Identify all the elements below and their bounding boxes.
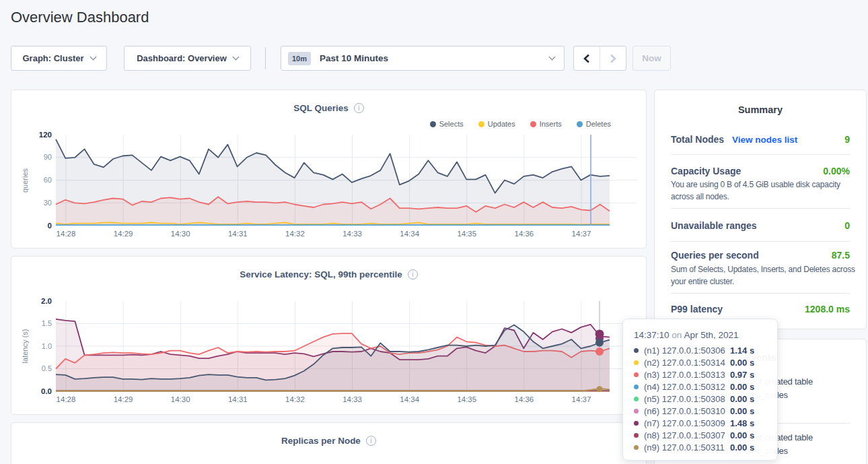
x-axis-label: 14:33 [338, 395, 367, 403]
x-axis-label: 14:36 [509, 395, 539, 403]
dashboard-dropdown[interactable]: Dashboard: Overview [124, 46, 251, 71]
node-latency-value: 0.00 s [730, 406, 754, 416]
x-axis-label: 14:32 [280, 230, 310, 238]
node-latency-value: 1.14 s [730, 345, 754, 356]
tooltip-node-row: (n1) 127.0.0.1:503061.14 s [634, 344, 777, 356]
legend-dot [478, 121, 484, 127]
y-axis-label: 0.5 [11, 364, 52, 373]
x-axis-label: 14:29 [108, 395, 138, 403]
y-axis-label: 1.0 [11, 342, 52, 351]
node-color-dot [634, 433, 639, 438]
time-range-select[interactable]: 10m Past 10 Minutes [281, 46, 565, 71]
chevron-down-icon [89, 54, 96, 61]
x-axis-label: 14:28 [51, 230, 81, 238]
service-latency-chart[interactable] [11, 257, 646, 414]
now-button[interactable]: Now [632, 46, 671, 71]
node-address: (n4) 127.0.0.1:50312 [644, 382, 730, 392]
x-axis-label: 14:32 [280, 395, 310, 403]
node-latency-value: 0.00 s [730, 382, 754, 392]
x-axis-label: 14:30 [166, 230, 195, 238]
y-axis-label: 90 [11, 153, 52, 162]
y-axis-unit-label: queries [21, 133, 30, 228]
x-axis-label: 14:29 [108, 230, 138, 238]
tooltip-node-row: (n6) 127.0.0.1:503100.00 s [634, 405, 777, 417]
legend-item[interactable]: Inserts [530, 120, 562, 128]
x-axis-label: 14:35 [452, 395, 482, 403]
node-latency-value: 0.00 s [730, 442, 754, 453]
p99-latency-value: 1208.0 ms [805, 304, 850, 314]
total-nodes-label: Total Nodes [671, 134, 724, 145]
sql-queries-chart[interactable] [11, 90, 646, 248]
node-color-dot [634, 348, 639, 353]
unavailable-ranges-value: 0 [844, 220, 850, 231]
tooltip-node-row: (n2) 127.0.0.1:503140.00 s [634, 356, 777, 368]
legend-label: Updates [488, 120, 515, 128]
x-axis-label: 14:34 [395, 395, 425, 403]
tooltip-node-row: (n5) 127.0.0.1:503080.00 s [634, 393, 777, 405]
node-latency-value: 0.97 s [730, 370, 754, 380]
legend-dot [430, 121, 436, 127]
node-color-dot [634, 409, 639, 413]
legend-item[interactable]: Deletes [577, 120, 611, 128]
node-address: (n2) 127.0.0.1:50314 [644, 358, 730, 368]
y-axis-unit-label: latency (s) [21, 299, 30, 393]
capacity-usage-value: 0.00% [823, 166, 850, 176]
x-axis-label: 14:33 [338, 230, 367, 238]
time-nav-group [573, 46, 626, 71]
service-latency-card: Service Latency: SQL, 99th percentile i … [11, 256, 647, 415]
legend-item[interactable]: Selects [430, 120, 464, 128]
node-color-dot [634, 397, 639, 401]
unavailable-ranges-label: Unavailable ranges [671, 220, 757, 231]
legend-label: Selects [439, 120, 464, 128]
node-latency-value: 1.48 s [730, 418, 754, 428]
dashboard-dropdown-label: Dashboard: Overview [137, 53, 227, 63]
node-latency-value: 0.00 s [730, 358, 754, 368]
node-address: (n6) 127.0.0.1:50310 [644, 406, 730, 416]
node-address: (n8) 127.0.0.1:50307 [644, 430, 730, 440]
info-icon[interactable]: i [366, 436, 376, 446]
time-range-badge: 10m [288, 52, 311, 65]
total-nodes-value: 9 [844, 134, 850, 145]
x-axis-label: 14:31 [223, 230, 252, 238]
node-latency-value: 0.00 s [730, 394, 754, 404]
p99-latency-label: P99 latency [671, 304, 723, 314]
node-address: (n7) 127.0.0.1:50309 [644, 418, 730, 428]
next-range-button[interactable] [600, 46, 626, 70]
chart-tooltip: 14:37:10 on Apr 5th, 2021 (n1) 127.0.0.1… [622, 319, 778, 461]
y-axis-label: 60 [11, 176, 52, 185]
replicas-title: Replicas per Node [281, 436, 361, 446]
prev-range-button[interactable] [574, 46, 600, 70]
summary-heading: Summary [655, 104, 866, 115]
legend-item[interactable]: Updates [478, 120, 515, 128]
y-axis-label: 30 [11, 199, 52, 207]
x-axis-label: 14:35 [452, 230, 482, 238]
summary-card: Summary Total Nodes View nodes list 9 Ca… [654, 90, 867, 329]
view-nodes-link[interactable]: View nodes list [732, 135, 797, 145]
legend-label: Deletes [586, 120, 611, 128]
y-axis-label: 2.0 [11, 297, 52, 306]
replicas-card: Replicas per Node i [11, 422, 647, 464]
node-address: (n9) 127.0.0.1:50311 [644, 442, 730, 453]
node-color-dot [634, 421, 639, 426]
node-address: (n3) 127.0.0.1:50313 [644, 370, 730, 380]
x-axis-label: 14:28 [51, 395, 81, 403]
qps-label: Queries per second [671, 250, 759, 261]
sql-queries-legend: SelectsUpdatesInsertsDeletes [430, 120, 611, 128]
node-address: (n1) 127.0.0.1:50306 [644, 345, 730, 356]
tooltip-node-row: (n8) 127.0.0.1:503070.00 s [634, 429, 777, 441]
controls-divider [265, 47, 266, 69]
node-color-dot [634, 360, 639, 365]
node-address: (n5) 127.0.0.1:50308 [644, 394, 730, 404]
node-color-dot [634, 385, 639, 389]
legend-dot [577, 121, 583, 127]
qps-desc: Sum of Selects, Updates, Inserts, and De… [671, 263, 851, 288]
node-latency-value: 0.00 s [730, 430, 754, 440]
tooltip-node-row: (n7) 127.0.0.1:503091.48 s [634, 417, 777, 429]
tooltip-node-row: (n4) 127.0.0.1:503120.00 s [634, 380, 777, 393]
tooltip-timestamp: 14:37:10 on Apr 5th, 2021 [634, 330, 777, 340]
node-color-dot [634, 372, 639, 377]
page-title: Overview Dashboard [11, 9, 149, 26]
graph-dropdown[interactable]: Graph: Cluster [11, 46, 107, 71]
x-axis-label: 14:30 [166, 395, 195, 403]
tooltip-node-row: (n9) 127.0.0.1:503110.00 s [634, 441, 777, 453]
